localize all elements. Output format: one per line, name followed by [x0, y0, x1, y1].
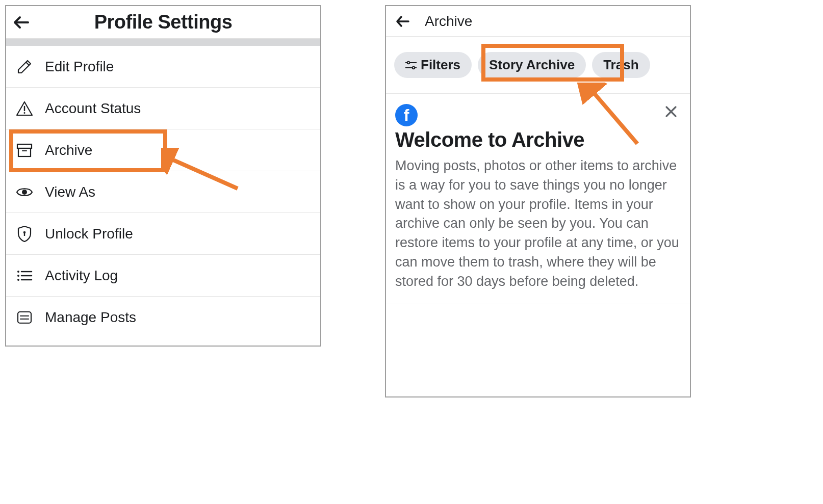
- svg-point-8: [17, 271, 19, 273]
- warning-triangle-icon: [15, 99, 34, 118]
- list-bullets-icon: [15, 267, 34, 285]
- welcome-heading: Welcome to Archive: [395, 128, 681, 151]
- close-button[interactable]: [661, 104, 681, 119]
- chip-label: Trash: [603, 57, 638, 73]
- svg-point-18: [407, 61, 410, 64]
- divider-strip: [6, 39, 320, 46]
- chip-label: Filters: [421, 57, 460, 73]
- menu-label: Edit Profile: [45, 59, 114, 75]
- document-lines-icon: [15, 308, 34, 327]
- page-title: Archive: [425, 13, 472, 30]
- welcome-card: f Welcome to Archive Moving posts, photo…: [386, 94, 690, 304]
- svg-rect-14: [18, 312, 31, 323]
- archive-panel: Archive Filters Story Archive Trash f: [385, 5, 691, 397]
- shield-lock-icon: [15, 225, 34, 243]
- chip-label: Story Archive: [489, 57, 575, 73]
- menu-item-manage-posts[interactable]: Manage Posts: [6, 297, 320, 338]
- svg-point-5: [22, 190, 27, 195]
- menu-item-view-as[interactable]: View As: [6, 171, 320, 213]
- chip-filters[interactable]: Filters: [394, 52, 472, 78]
- back-arrow-icon: [13, 15, 30, 30]
- menu-label: Archive: [45, 142, 92, 158]
- svg-point-12: [17, 279, 19, 281]
- menu-label: View As: [45, 184, 95, 200]
- menu-label: Unlock Profile: [45, 226, 133, 242]
- archive-header: Archive: [386, 6, 690, 37]
- chip-trash[interactable]: Trash: [592, 52, 650, 78]
- facebook-logo-icon: f: [395, 104, 418, 126]
- menu-item-edit-profile[interactable]: Edit Profile: [6, 46, 320, 88]
- back-button[interactable]: [11, 15, 32, 30]
- menu-item-account-status[interactable]: Account Status: [6, 88, 320, 129]
- page-title: Profile Settings: [6, 11, 320, 33]
- close-icon: [664, 105, 678, 118]
- welcome-body-text: Moving posts, photos or other items to a…: [395, 156, 681, 291]
- filters-icon: [405, 60, 417, 70]
- svg-rect-2: [17, 144, 32, 148]
- svg-point-21: [413, 66, 415, 69]
- svg-rect-3: [18, 148, 31, 156]
- archive-box-icon: [15, 141, 34, 160]
- archive-chips-row: Filters Story Archive Trash: [386, 37, 690, 94]
- chip-story-archive[interactable]: Story Archive: [478, 52, 586, 78]
- menu-label: Account Status: [45, 100, 141, 117]
- settings-menu: Edit Profile Account Status Archive View…: [6, 46, 320, 338]
- profile-settings-panel: Profile Settings Edit Profile Account St…: [5, 5, 321, 347]
- back-button[interactable]: [395, 15, 410, 28]
- svg-point-10: [17, 275, 19, 277]
- pencil-icon: [15, 58, 34, 76]
- back-arrow-icon: [395, 15, 410, 28]
- menu-item-activity-log[interactable]: Activity Log: [6, 255, 320, 297]
- svg-rect-7: [24, 233, 25, 236]
- svg-point-1: [23, 112, 25, 113]
- menu-item-archive[interactable]: Archive: [6, 129, 320, 171]
- menu-label: Manage Posts: [45, 309, 136, 326]
- menu-label: Activity Log: [45, 268, 118, 284]
- menu-item-unlock-profile[interactable]: Unlock Profile: [6, 213, 320, 255]
- profile-settings-header: Profile Settings: [6, 6, 320, 39]
- eye-icon: [15, 183, 34, 201]
